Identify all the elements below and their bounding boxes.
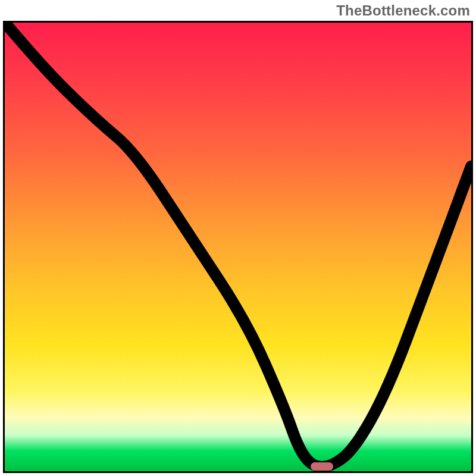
- watermark-text: TheBottleneck.com: [336, 2, 470, 19]
- curve-svg: [5, 23, 471, 471]
- bottleneck-curve-path: [5, 23, 471, 466]
- optimum-marker: [311, 462, 333, 471]
- chart-stage: TheBottleneck.com: [0, 0, 476, 476]
- plot-area: [3, 21, 473, 473]
